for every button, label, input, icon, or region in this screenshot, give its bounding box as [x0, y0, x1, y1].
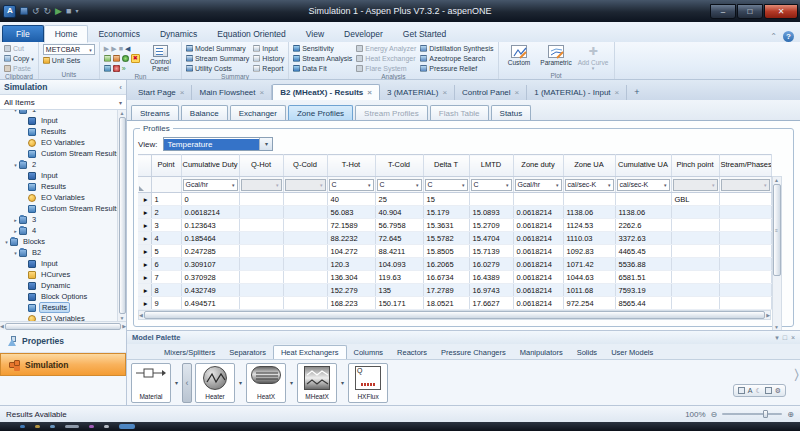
ribbon-tab-dynamics[interactable]: Dynamics [150, 26, 207, 42]
tree-item-custom-stream-results[interactable]: Custom Stream Results [0, 148, 117, 159]
cell-delta-t-r2[interactable]: 15.179 [423, 206, 469, 219]
cell-t-cold-r8[interactable]: 135 [375, 284, 423, 297]
cell-point-r3[interactable]: 3 [151, 219, 181, 232]
cell-point-r1[interactable]: 1 [151, 193, 181, 206]
cell-cumulative-ua-r3[interactable]: 2262.6 [615, 219, 671, 232]
heat-exchanger-button[interactable]: Heat Exchanger [356, 54, 416, 63]
control-panel-button[interactable]: Control Panel [144, 44, 177, 73]
ribbon-tab-equation-oriented[interactable]: Equation Oriented [207, 26, 296, 42]
tab-balance[interactable]: Balance [181, 105, 228, 120]
zoom-out-icon[interactable]: ⊖ [711, 410, 718, 419]
doc-tab-3-material[interactable]: 3 (MATERIAL)× [380, 85, 455, 100]
cell-zone-duty-r2[interactable]: 0.0618214 [513, 206, 563, 219]
cell-stream-phases-r6[interactable] [719, 258, 771, 271]
palette-tab-reactors[interactable]: Reactors [390, 346, 434, 359]
report-button[interactable]: Report [253, 64, 284, 73]
cell-lmtd-r7[interactable]: 16.4389 [469, 271, 513, 284]
cell-t-hot-r6[interactable]: 120.3 [327, 258, 375, 271]
tree-hscrollbar[interactable]: ◀▶ [0, 321, 126, 330]
cell-zone-duty-r7[interactable]: 0.0618214 [513, 271, 563, 284]
palette-item-hxflux[interactable]: HXFlux [348, 363, 388, 403]
step-icon[interactable]: ▶ [104, 45, 109, 53]
cell-lmtd-r9[interactable]: 17.6627 [469, 297, 513, 310]
cell-stream-phases-r7[interactable] [719, 271, 771, 284]
cell-q-cold-r3[interactable] [283, 219, 327, 232]
cell-t-hot-r9[interactable]: 168.223 [327, 297, 375, 310]
palette-tab-user-models[interactable]: User Models [604, 346, 660, 359]
cell-cumulative-duty-r1[interactable]: 0 [181, 193, 239, 206]
file-tab[interactable]: File [2, 25, 44, 42]
cell-cumulative-duty-r9[interactable]: 0.494571 [181, 297, 239, 310]
run-icon[interactable]: ▶ [55, 6, 62, 16]
ribbon-tab-get-started[interactable]: Get Started [393, 26, 456, 42]
stream-analysis-button[interactable]: Stream Analysis [293, 54, 352, 63]
cell-stream-phases-r1[interactable] [719, 193, 771, 206]
cell-zone-duty-r5[interactable]: 0.0618214 [513, 245, 563, 258]
pressure-relief-button[interactable]: Pressure Relief [420, 64, 493, 73]
cell-lmtd-r1[interactable] [469, 193, 513, 206]
stream-summary-button[interactable]: Stream Summary [186, 54, 249, 63]
cell-q-hot-r1[interactable] [239, 193, 283, 206]
expanded-icon[interactable]: ▾ [12, 250, 19, 256]
cell-cumulative-duty-r8[interactable]: 0.432749 [181, 284, 239, 297]
simulation-environment-button[interactable]: Simulation [0, 353, 126, 376]
tab-exchanger[interactable]: Exchanger [230, 105, 286, 120]
cell-zone-ua-r6[interactable]: 1071.42 [563, 258, 615, 271]
cell-zone-duty-r6[interactable]: 0.0618214 [513, 258, 563, 271]
scroll-left-icon[interactable]: ◀ [0, 323, 4, 329]
scroll-up-icon[interactable]: ▲ [120, 110, 125, 116]
copy-button[interactable]: Copy▾ [4, 54, 34, 63]
column-header-cumulative-ua[interactable]: Cumulative UA [615, 155, 671, 177]
doc-tab-start-page[interactable]: Start Page× [131, 85, 192, 100]
cell-cumulative-ua-r7[interactable]: 6581.51 [615, 271, 671, 284]
cell-cumulative-ua-r6[interactable]: 5536.88 [615, 258, 671, 271]
cell-stream-phases-r3[interactable] [719, 219, 771, 232]
cell-t-cold-r3[interactable]: 56.7958 [375, 219, 423, 232]
ime-language-bar[interactable]: A☾⚙ [733, 384, 786, 397]
cell-delta-t-r6[interactable]: 16.2065 [423, 258, 469, 271]
cell-q-hot-r5[interactable] [239, 245, 283, 258]
cell-zone-duty-r8[interactable]: 0.0618214 [513, 284, 563, 297]
fast-forward-icon[interactable]: » [122, 65, 126, 72]
palette-tab-solids[interactable]: Solids [570, 346, 604, 359]
column-header-t-hot[interactable]: T-Hot [327, 155, 375, 177]
chevron-down-icon[interactable]: ▾ [174, 379, 179, 386]
cell-t-cold-r7[interactable]: 119.63 [375, 271, 423, 284]
expanded-icon[interactable]: ▾ [12, 110, 19, 113]
ribbon-tab-economics[interactable]: Economics [88, 26, 150, 42]
distillation-synthesis-button[interactable]: Distillation Synthesis [420, 44, 493, 53]
scroll-left-icon[interactable]: ◀ [139, 312, 143, 318]
cell-zone-ua-r1[interactable] [563, 193, 615, 206]
cell-t-cold-r1[interactable]: 25 [375, 193, 423, 206]
unit-combo-cumulative-ua[interactable]: cal/sec-K▾ [617, 179, 670, 191]
row-expander[interactable]: ▸ [138, 271, 151, 284]
cell-q-cold-r8[interactable] [283, 284, 327, 297]
cell-point-r2[interactable]: 2 [151, 206, 181, 219]
cell-pinch-point-r1[interactable]: GBL [671, 193, 719, 206]
palette-item-mheatx[interactable]: MHeatX [297, 363, 337, 403]
cell-cumulative-duty-r3[interactable]: 0.123643 [181, 219, 239, 232]
cell-stream-phases-r9[interactable] [719, 297, 771, 310]
cell-q-cold-r2[interactable] [283, 206, 327, 219]
cell-point-r4[interactable]: 4 [151, 232, 181, 245]
cell-t-cold-r5[interactable]: 88.4211 [375, 245, 423, 258]
units-combo[interactable]: METCBAR▾ [43, 44, 95, 55]
cell-q-cold-r7[interactable] [283, 271, 327, 284]
tab-zone-profiles[interactable]: Zone Profiles [288, 105, 353, 120]
tree-item-input[interactable]: Input [0, 258, 117, 269]
tree-item-input[interactable]: Input [0, 170, 117, 181]
cell-zone-ua-r3[interactable]: 1124.53 [563, 219, 615, 232]
tab-streams[interactable]: Streams [131, 105, 179, 120]
cell-cumulative-ua-r1[interactable] [615, 193, 671, 206]
ribbon-tab-view[interactable]: View [296, 26, 334, 42]
reconcile-icon[interactable] [113, 55, 120, 62]
model-summary-button[interactable]: Model Summary [186, 44, 249, 53]
play-icon[interactable]: ▶ [111, 45, 116, 53]
cell-cumulative-ua-r9[interactable]: 8565.44 [615, 297, 671, 310]
tree-item-eo-variables[interactable]: EO Variables [0, 313, 117, 321]
collapsed-icon[interactable]: ▸ [12, 217, 19, 223]
palette-item-heatx[interactable]: HeatX [246, 363, 286, 403]
tree-scrollbar[interactable]: ▲▼ [117, 110, 126, 321]
palette-item-heater[interactable]: Heater [195, 363, 235, 403]
column-header-lmtd[interactable]: LMTD [469, 155, 513, 177]
